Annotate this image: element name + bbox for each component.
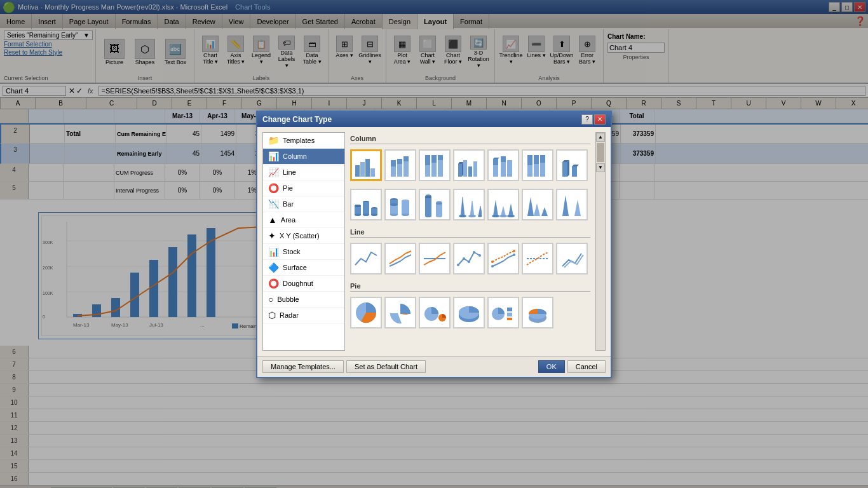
3d-column-chart[interactable] [556, 149, 588, 181]
line-section-label: Line [350, 228, 590, 238]
column-chart-row2 [350, 189, 590, 220]
svg-rect-71 [363, 202, 369, 215]
svg-point-98 [507, 215, 515, 217]
cone-chart1[interactable] [453, 189, 485, 220]
cone-chart2[interactable] [487, 189, 519, 220]
svg-point-105 [463, 257, 465, 260]
svg-rect-61 [562, 162, 567, 177]
column-chart-icon: 📊 [268, 151, 279, 161]
stacked-column-chart[interactable] [384, 149, 416, 181]
pyramid-chart1[interactable] [522, 189, 553, 220]
svg-rect-121 [507, 318, 512, 320]
svg-point-85 [425, 196, 431, 198]
svg-rect-30 [370, 168, 375, 177]
3d-clustered-column-chart[interactable] [453, 149, 485, 181]
cylinder-chart1[interactable] [350, 189, 382, 220]
svg-rect-58 [534, 155, 539, 164]
column-section-label: Column [350, 135, 590, 144]
svg-rect-32 [391, 160, 396, 166]
clustered-column-chart[interactable] [350, 149, 382, 181]
bar-chart-icon: 📉 [268, 199, 279, 209]
list-item-surface[interactable]: 🔷 Surface [263, 260, 344, 276]
svg-marker-65 [572, 165, 579, 166]
svg-marker-102 [562, 195, 569, 216]
cancel-btn[interactable]: Cancel [567, 360, 606, 373]
modal-close-btn[interactable]: ✕ [594, 114, 606, 125]
svg-marker-97 [508, 203, 513, 216]
ok-btn[interactable]: OK [538, 360, 565, 373]
modal-help-btn[interactable]: ? [581, 114, 593, 125]
modal-title-buttons: ? ✕ [581, 114, 606, 125]
modal-scrollbar[interactable]: ▲ ▼ [595, 132, 606, 351]
svg-rect-56 [527, 155, 532, 165]
manage-templates-btn[interactable]: Manage Templates... [262, 360, 344, 373]
svg-point-72 [363, 214, 369, 216]
scroll-up-btn[interactable]: ▲ [596, 133, 605, 142]
3d-stacked-column-chart[interactable] [487, 149, 519, 181]
list-item-line[interactable]: 📈 Line [263, 165, 344, 180]
pie-of-pie-chart[interactable] [419, 297, 451, 329]
list-item-scatter[interactable]: ✦ X Y (Scatter) [263, 228, 344, 244]
svg-rect-60 [540, 155, 545, 163]
svg-marker-45 [462, 162, 463, 177]
svg-rect-36 [403, 156, 409, 161]
svg-marker-63 [567, 160, 569, 177]
exploded-pie-chart[interactable] [384, 297, 416, 329]
area-chart-icon: ▲ [268, 215, 277, 225]
svg-marker-89 [470, 201, 474, 216]
scroll-thumb[interactable] [597, 143, 604, 162]
modal-footer: Manage Templates... Set as Default Chart… [257, 356, 611, 377]
svg-rect-48 [473, 161, 477, 177]
line-chart-row [350, 243, 590, 274]
svg-marker-93 [493, 200, 498, 216]
list-item-column[interactable]: 📊 Column [263, 149, 344, 165]
list-item-radar[interactable]: ⬡ Radar [263, 308, 344, 323]
list-item-bubble[interactable]: ○ Bubble [263, 292, 344, 308]
svg-point-86 [436, 202, 442, 205]
svg-rect-52 [501, 162, 506, 177]
3d-pie-chart[interactable] [453, 297, 485, 329]
svg-point-69 [355, 205, 361, 207]
chart-picker-area: Column [350, 132, 590, 351]
stacked-line-chart[interactable] [384, 243, 416, 274]
svg-rect-39 [431, 163, 437, 177]
list-item-stock[interactable]: 📊 Stock [263, 244, 344, 260]
svg-rect-49 [493, 165, 498, 177]
bar-of-pie-chart[interactable] [487, 297, 519, 329]
exploded-3d-pie-chart[interactable] [522, 297, 553, 329]
svg-rect-38 [425, 155, 430, 165]
list-item-doughnut[interactable]: ⭕ Doughnut [263, 276, 344, 292]
list-item-bar[interactable]: 📉 Bar [263, 196, 344, 212]
3d-line-chart[interactable] [556, 243, 588, 274]
radar-chart-icon: ⬡ [268, 310, 276, 320]
svg-point-110 [513, 254, 515, 256]
100-stacked-line-chart[interactable] [419, 243, 451, 274]
list-item-pie[interactable]: ⭕ Pie [263, 180, 344, 196]
list-item-templates[interactable]: 📁 Templates [263, 133, 344, 149]
pyramid-chart2[interactable] [556, 189, 588, 220]
cylinder-chart3[interactable] [419, 189, 451, 220]
svg-marker-101 [541, 207, 548, 216]
stacked-line-markers-chart[interactable] [487, 243, 519, 274]
list-item-area[interactable]: ▲ Area [263, 212, 344, 228]
svg-point-112 [513, 250, 515, 252]
footer-right-btns: OK Cancel [538, 360, 606, 373]
set-default-chart-btn[interactable]: Set as Default Chart [346, 360, 426, 373]
svg-point-78 [390, 214, 398, 216]
svg-rect-35 [403, 161, 409, 177]
pie-chart[interactable] [350, 297, 382, 329]
cylinder-chart2[interactable] [384, 189, 416, 220]
3d-100-stacked-chart[interactable] [522, 149, 553, 181]
doughnut-chart-icon: ⭕ [268, 278, 279, 288]
svg-rect-67 [355, 206, 361, 215]
line-markers-chart[interactable] [453, 243, 485, 274]
line-chart[interactable] [350, 243, 382, 274]
footer-left-btns: Manage Templates... Set as Default Chart [262, 360, 426, 373]
100-stacked-markers-chart[interactable] [522, 243, 553, 274]
scroll-down-btn[interactable]: ▼ [596, 163, 605, 172]
svg-point-90 [468, 215, 476, 217]
svg-rect-33 [397, 164, 402, 177]
column-chart-row1 [350, 149, 590, 181]
100-stacked-column-chart[interactable] [419, 149, 451, 181]
svg-rect-29 [365, 159, 370, 177]
